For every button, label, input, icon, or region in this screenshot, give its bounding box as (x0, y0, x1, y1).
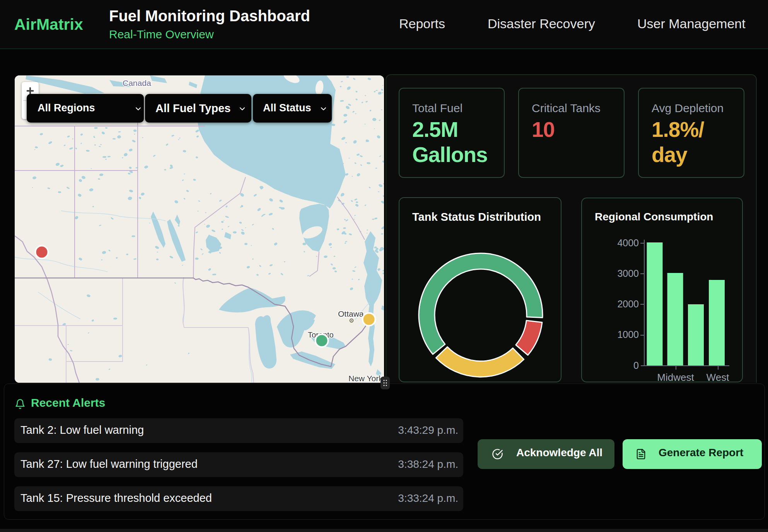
svg-text:Ottawa: Ottawa (338, 309, 364, 318)
svg-text:West: West (707, 372, 730, 383)
svg-text:Canada: Canada (123, 78, 151, 87)
svg-text:2000: 2000 (617, 298, 639, 309)
svg-text:4000: 4000 (617, 237, 639, 248)
svg-text:0: 0 (633, 360, 639, 371)
svg-text:New York: New York (348, 374, 383, 383)
svg-text:1000: 1000 (617, 329, 639, 340)
svg-text:Midwest: Midwest (657, 372, 694, 383)
svg-text:3000: 3000 (617, 268, 639, 279)
